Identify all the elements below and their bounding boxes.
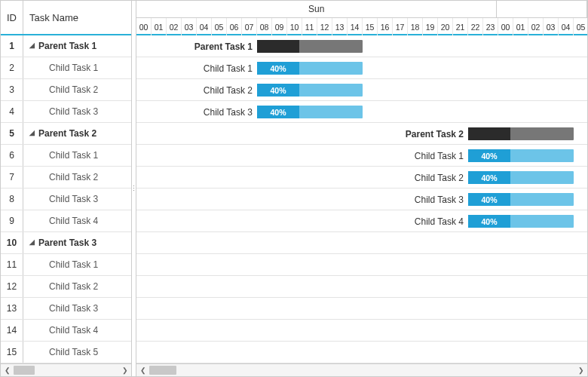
expand-collapse-icon[interactable]: ◢	[29, 41, 35, 49]
task-bar[interactable]	[257, 40, 363, 53]
task-bar[interactable]: 40%	[468, 193, 574, 206]
day-header-cell[interactable]	[497, 1, 587, 17]
task-bar[interactable]: 40%	[257, 62, 363, 75]
task-progress	[257, 40, 299, 53]
hour-header-cell[interactable]: 03	[182, 18, 197, 35]
task-progress	[468, 127, 510, 140]
table-row[interactable]: 12Child Task 2	[1, 276, 131, 298]
row-id: 1	[1, 35, 23, 57]
table-row[interactable]: 2Child Task 1	[1, 57, 131, 79]
table-row[interactable]: 8Child Task 3	[1, 188, 131, 210]
timeline-row[interactable]: Child Task 240%	[136, 79, 587, 101]
timeline-row[interactable]: Child Task 240%	[136, 167, 587, 188]
hour-header-cell[interactable]: 22	[468, 18, 483, 35]
task-label: Child Task 1	[415, 145, 464, 167]
timeline-row[interactable]	[136, 232, 587, 254]
task-bar[interactable]: 40%	[257, 106, 363, 118]
task-bar[interactable]: 40%	[257, 84, 363, 97]
timeline-row[interactable]	[136, 276, 587, 298]
timeline-row[interactable]: Child Task 340%	[136, 188, 587, 210]
table-row[interactable]: 14Child Task 4	[1, 320, 131, 342]
hour-header-cell[interactable]: 21	[453, 18, 468, 35]
column-header-name[interactable]: Task Name	[23, 1, 131, 34]
hour-header-cell[interactable]: 13	[332, 18, 348, 35]
task-label: Parent Task 1	[194, 35, 253, 57]
timeline-row[interactable]: Child Task 140%	[136, 57, 587, 79]
table-row[interactable]: 15Child Task 5	[1, 342, 131, 363]
timeline-body[interactable]: Parent Task 1Child Task 140%Child Task 2…	[136, 35, 587, 363]
hour-header-cell[interactable]: 09	[272, 18, 287, 35]
task-bar[interactable]: 40%	[468, 171, 574, 184]
hour-header-cell[interactable]: 01	[513, 18, 528, 35]
timeline-row[interactable]: Child Task 140%	[136, 145, 587, 167]
hour-header-cell[interactable]: 23	[483, 18, 498, 35]
hour-header-cell[interactable]: 03	[544, 18, 559, 35]
expand-collapse-icon[interactable]: ◢	[29, 129, 35, 136]
row-id: 10	[1, 232, 23, 253]
row-id: 14	[1, 320, 23, 341]
tree-rows: 1◢Parent Task 12Child Task 13Child Task …	[1, 35, 131, 363]
table-row[interactable]: 4Child Task 3	[1, 101, 131, 123]
hour-header-cell[interactable]: 02	[528, 18, 544, 35]
hour-header-cell[interactable]: 00	[498, 18, 513, 35]
hour-header-cell[interactable]: 02	[167, 18, 182, 35]
scroll-thumb[interactable]	[14, 366, 35, 375]
timeline-row[interactable]	[136, 298, 587, 320]
column-header-id[interactable]: ID	[1, 1, 23, 34]
task-label: Child Task 2	[415, 167, 464, 188]
timeline-row[interactable]: Child Task 340%	[136, 101, 587, 123]
table-row[interactable]: 6Child Task 1	[1, 145, 131, 167]
hour-header-cell[interactable]: 12	[317, 18, 332, 35]
row-id: 7	[1, 167, 23, 188]
day-header-cell[interactable]: Sun	[136, 1, 497, 17]
hour-header-cell[interactable]: 01	[152, 18, 167, 35]
timeline-row[interactable]	[136, 254, 587, 276]
hour-header-cell[interactable]: 15	[363, 18, 378, 35]
expand-collapse-icon[interactable]: ◢	[29, 238, 35, 246]
table-row[interactable]: 10◢Parent Task 3	[1, 232, 131, 254]
hour-header-cell[interactable]: 16	[378, 18, 393, 35]
row-name: ◢Parent Task 1	[23, 35, 131, 57]
table-row[interactable]: 7Child Task 2	[1, 167, 131, 188]
timeline-row[interactable]	[136, 342, 587, 363]
hour-header-cell[interactable]: 06	[227, 18, 242, 35]
tree-hscrollbar[interactable]: ❮ ❯	[1, 363, 131, 376]
hour-header-cell[interactable]: 04	[197, 18, 212, 35]
task-bar[interactable]: 40%	[468, 215, 574, 228]
table-row[interactable]: 3Child Task 2	[1, 79, 131, 101]
hour-header-cell[interactable]: 14	[348, 18, 363, 35]
timeline-row[interactable]: Parent Task 2	[136, 123, 587, 145]
table-row[interactable]: 11Child Task 1	[1, 254, 131, 276]
hour-header-cell[interactable]: 19	[423, 18, 438, 35]
hour-header-cell[interactable]: 11	[302, 18, 317, 35]
table-row[interactable]: 13Child Task 3	[1, 298, 131, 320]
timeline-row[interactable]: Parent Task 1	[136, 35, 587, 57]
hour-header-cell[interactable]: 04	[559, 18, 574, 35]
hour-header-cell[interactable]: 20	[438, 18, 453, 35]
hour-header-cell[interactable]: 00	[136, 18, 152, 35]
task-progress: 40%	[257, 84, 299, 97]
hour-header-cell[interactable]: 08	[257, 18, 272, 35]
table-row[interactable]: 9Child Task 4	[1, 210, 131, 232]
timeline-hscrollbar[interactable]: ❮ ❯	[136, 363, 587, 376]
hour-header-cell[interactable]: 18	[408, 18, 423, 35]
scroll-left-icon[interactable]: ❮	[1, 364, 14, 377]
hour-header-cell[interactable]: 17	[393, 18, 408, 35]
scroll-left-icon[interactable]: ❮	[136, 364, 149, 377]
hour-header-cell[interactable]: 10	[287, 18, 302, 35]
scroll-right-icon[interactable]: ❯	[118, 364, 131, 377]
scroll-track[interactable]	[14, 364, 118, 376]
hour-header-cell[interactable]: 05	[574, 18, 587, 35]
hour-header-cell[interactable]: 07	[242, 18, 257, 35]
table-row[interactable]: 5◢Parent Task 2	[1, 123, 131, 145]
scroll-right-icon[interactable]: ❯	[574, 364, 587, 377]
scroll-thumb[interactable]	[149, 366, 176, 375]
scroll-track[interactable]	[149, 364, 574, 376]
row-id: 3	[1, 79, 23, 100]
hour-header-cell[interactable]: 05	[212, 18, 227, 35]
task-bar[interactable]: 40%	[468, 149, 574, 162]
table-row[interactable]: 1◢Parent Task 1	[1, 35, 131, 57]
timeline-row[interactable]: Child Task 440%	[136, 210, 587, 232]
timeline-row[interactable]	[136, 320, 587, 342]
task-bar[interactable]	[468, 127, 574, 140]
